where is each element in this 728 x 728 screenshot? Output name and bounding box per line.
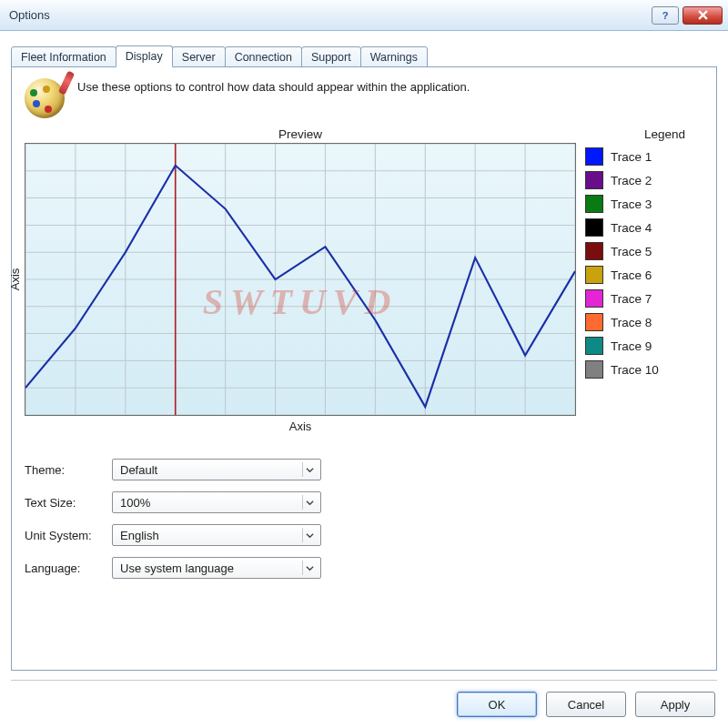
description-row: Use these options to control how data sh…	[25, 78, 703, 118]
legend-swatch	[585, 195, 603, 213]
chart-title: Preview	[25, 127, 576, 141]
chevron-down-icon	[302, 495, 317, 510]
legend-label: Trace 10	[611, 363, 659, 377]
options-dialog: Options ? Fleet Information Display Serv…	[0, 0, 728, 728]
button-divider	[11, 680, 717, 681]
legend-swatch	[585, 171, 603, 189]
combo-theme[interactable]: Default	[112, 459, 321, 480]
combo-value: 100%	[120, 496, 150, 510]
label-language: Language:	[25, 561, 112, 575]
legend-label: Trace 2	[611, 174, 652, 187]
chart-area: Preview Axis SWTUVD Axis	[25, 127, 576, 433]
legend-item[interactable]: Trace 5	[585, 239, 703, 263]
combo-unit-system[interactable]: English	[112, 524, 321, 546]
legend-item[interactable]: Trace 8	[585, 310, 703, 334]
cancel-button[interactable]: Cancel	[546, 692, 626, 717]
legend-column: Legend Trace 1Trace 2Trace 3Trace 4Trace…	[585, 127, 703, 433]
tabpanel-display: Use these options to control how data sh…	[11, 66, 717, 671]
row-theme: Theme: Default	[25, 453, 703, 486]
legend-title: Legend	[585, 127, 703, 141]
combo-value: Use system language	[120, 561, 234, 575]
tab-fleet-information[interactable]: Fleet Information	[11, 46, 116, 67]
label-theme: Theme:	[25, 463, 112, 477]
legend-swatch	[585, 266, 603, 284]
legend-label: Trace 5	[611, 245, 652, 258]
legend-swatch	[585, 242, 603, 260]
display-form: Theme: Default Text Size: 100% Unit Syst…	[25, 453, 703, 584]
combo-language[interactable]: Use system language	[112, 557, 321, 579]
legend-item[interactable]: Trace 3	[585, 192, 703, 216]
apply-button[interactable]: Apply	[635, 692, 715, 717]
legend-swatch	[585, 337, 603, 355]
legend-swatch	[585, 360, 603, 379]
tab-label: Connection	[235, 51, 292, 64]
tab-label: Warnings	[370, 51, 418, 64]
label-unit-system: Unit System:	[25, 529, 112, 542]
chart-frame: Axis SWTUVD	[25, 143, 576, 416]
legend-label: Trace 7	[611, 292, 652, 306]
legend-item[interactable]: Trace 10	[585, 358, 703, 381]
chart-svg	[25, 144, 575, 415]
window-title: Options	[9, 8, 652, 22]
x-axis-label: Axis	[25, 420, 576, 433]
legend-item[interactable]: Trace 2	[585, 168, 703, 192]
legend-label: Trace 3	[611, 197, 652, 211]
legend-label: Trace 9	[611, 339, 652, 353]
chevron-down-icon	[302, 561, 317, 575]
tab-warnings[interactable]: Warnings	[360, 46, 428, 67]
legend-swatch	[585, 218, 603, 237]
close-icon	[698, 10, 708, 20]
legend-label: Trace 6	[611, 268, 652, 282]
legend-swatch	[585, 289, 603, 308]
titlebar: Options ?	[0, 0, 728, 31]
legend-item[interactable]: Trace 7	[585, 287, 703, 310]
button-label: Cancel	[568, 698, 604, 712]
close-button[interactable]	[682, 6, 723, 25]
combo-text-size[interactable]: 100%	[112, 491, 321, 513]
legend-label: Trace 4	[611, 221, 652, 235]
tab-server[interactable]: Server	[172, 46, 226, 67]
legend-item[interactable]: Trace 9	[585, 334, 703, 358]
legend-swatch	[585, 147, 603, 166]
tab-display[interactable]: Display	[116, 46, 173, 67]
legend-label: Trace 1	[611, 150, 652, 164]
tab-connection[interactable]: Connection	[225, 46, 302, 67]
legend-item[interactable]: Trace 6	[585, 263, 703, 287]
help-button[interactable]: ?	[652, 6, 679, 25]
row-language: Language: Use system language	[25, 551, 703, 584]
preview-block: Preview Axis SWTUVD Axis Legend Tr	[25, 127, 703, 433]
legend-item[interactable]: Trace 1	[585, 145, 703, 168]
legend-list: Trace 1Trace 2Trace 3Trace 4Trace 5Trace…	[585, 145, 703, 381]
legend-item[interactable]: Trace 4	[585, 216, 703, 239]
legend-swatch	[585, 313, 603, 331]
chevron-down-icon	[302, 528, 317, 542]
combo-value: English	[120, 529, 159, 542]
ok-button[interactable]: OK	[457, 692, 537, 717]
y-axis-label: Axis	[8, 268, 22, 291]
chevron-down-icon	[302, 462, 317, 477]
tab-support[interactable]: Support	[301, 46, 361, 67]
row-unit-system: Unit System: English	[25, 519, 703, 551]
combo-value: Default	[120, 463, 157, 477]
tab-label: Support	[311, 51, 351, 64]
tabstrip: Fleet Information Display Server Connect…	[11, 44, 717, 67]
palette-icon	[25, 78, 65, 118]
row-text-size: Text Size: 100%	[25, 486, 703, 519]
tab-label: Fleet Information	[21, 51, 106, 64]
button-label: OK	[489, 698, 506, 712]
description-text: Use these options to control how data sh…	[77, 78, 470, 94]
dialog-buttons: OK Cancel Apply	[457, 692, 715, 717]
button-label: Apply	[661, 698, 691, 712]
tab-label: Display	[126, 50, 163, 63]
label-text-size: Text Size:	[25, 496, 112, 510]
tab-label: Server	[182, 51, 216, 64]
legend-label: Trace 8	[611, 316, 652, 329]
client-area: Fleet Information Display Server Connect…	[0, 31, 728, 728]
window-controls: ?	[652, 6, 723, 25]
